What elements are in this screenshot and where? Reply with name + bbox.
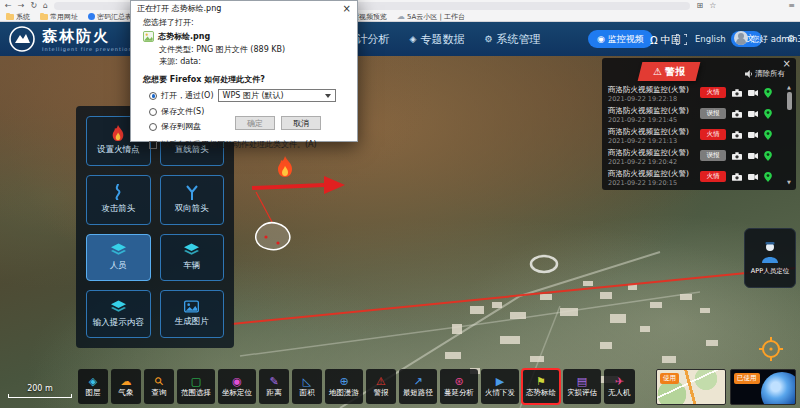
- tool-label: 攻击箭头: [101, 203, 135, 215]
- video-camera-icon[interactable]: [748, 110, 758, 118]
- toolbar-map-roam[interactable]: ⊕地图漫游: [325, 369, 363, 404]
- location-pin-icon[interactable]: [764, 88, 772, 98]
- triangle-ruler-icon: ◺: [303, 376, 311, 387]
- radio-open-with[interactable]: [149, 92, 157, 100]
- radio-save-to-cloud[interactable]: [149, 123, 157, 131]
- status-fire-button[interactable]: 火情: [700, 129, 726, 140]
- tool-vehicle[interactable]: 车辆: [160, 234, 225, 282]
- toolbar-area[interactable]: ◺面积: [292, 369, 322, 404]
- toolbar-range-select[interactable]: ▢范围选择: [177, 369, 215, 404]
- tool-generate-image[interactable]: 生成图片: [160, 290, 225, 338]
- settings-gear-icon[interactable]: ⚙: [787, 33, 796, 44]
- clear-all-button[interactable]: 清除所有: [745, 69, 785, 79]
- remember-action-checkbox[interactable]: [149, 141, 157, 149]
- toolbar-weather[interactable]: ☁气象: [111, 369, 141, 404]
- menu-icon[interactable]: ≡: [788, 1, 795, 10]
- scroll-up-icon[interactable]: ▲: [785, 84, 793, 90]
- screen: 200 m ← → ↻ ⌂ ⊞ ☆ ≡ 系统 常用网址: [0, 0, 800, 408]
- video-camera-icon[interactable]: [748, 89, 758, 97]
- camera-icon[interactable]: [732, 89, 742, 97]
- street-map-thumbnail[interactable]: 使用: [656, 369, 726, 405]
- toolbar-fire-dispatch[interactable]: ▶火情下发: [481, 369, 519, 404]
- status-false-alarm-button[interactable]: 误报: [700, 108, 726, 119]
- bookmark-star-icon[interactable]: ☆: [709, 1, 716, 10]
- brand-title: 森林防火: [42, 27, 133, 46]
- camera-icon[interactable]: [732, 173, 742, 181]
- app-personnel-locator-button[interactable]: APP人员定位: [744, 228, 796, 288]
- nav-item-thematic-data[interactable]: ◈ 专题数据: [410, 32, 465, 47]
- warning-triangle-icon: ⚠: [653, 66, 662, 77]
- open-with-dropdown[interactable]: WPS 图片 (默认): [218, 89, 336, 102]
- ok-button[interactable]: 确定: [235, 116, 275, 130]
- toolbar-shortest-path[interactable]: ↗最短路径: [399, 369, 437, 404]
- nav-item-system-admin[interactable]: ⚙ 系统管理: [484, 32, 540, 47]
- alarm-scrollbar[interactable]: ▲ ▼: [785, 84, 793, 185]
- camera-icon[interactable]: [732, 131, 742, 139]
- bookmark-item[interactable]: 常用网址: [40, 12, 78, 22]
- location-pin-icon[interactable]: [764, 130, 772, 140]
- dialog-question: 您想要 Firefox 如何处理此文件?: [143, 74, 345, 85]
- toolbar-distance[interactable]: ✎距离: [259, 369, 289, 404]
- bookmark-label: 常用网址: [50, 12, 78, 22]
- tool-personnel[interactable]: 人员: [86, 234, 151, 282]
- bookmark-label: 5A云小区 | 工作台: [407, 12, 465, 22]
- avatar[interactable]: [734, 31, 748, 45]
- video-camera-icon[interactable]: [748, 173, 758, 181]
- toolbar-alarm[interactable]: ⚠警报: [366, 369, 396, 404]
- toolbar-coordinate-locate[interactable]: ◉坐标定位: [218, 369, 256, 404]
- tool-split-arrow[interactable]: 双向箭头: [160, 175, 225, 225]
- reload-icon[interactable]: ↻: [30, 1, 37, 10]
- top-nav: ▥ 统计分析 ◈ 专题数据 ⚙ 系统管理: [333, 22, 541, 56]
- map-scale-label: 200 m: [8, 384, 72, 393]
- toolbar-spread-analysis[interactable]: ⊛蔓延分析: [440, 369, 478, 404]
- lang-english[interactable]: English: [690, 32, 731, 46]
- location-pin-icon[interactable]: [764, 151, 772, 161]
- camera-icon[interactable]: [732, 152, 742, 160]
- drone-icon: ✈: [615, 376, 624, 387]
- scroll-down-icon[interactable]: ▼: [785, 179, 793, 185]
- close-icon[interactable]: ×: [343, 3, 351, 14]
- scroll-thumb[interactable]: [787, 92, 792, 110]
- status-false-alarm-button[interactable]: 误报: [700, 150, 726, 161]
- tool-input-prompt[interactable]: 输入提示内容: [86, 290, 151, 338]
- person-icon: [760, 241, 780, 265]
- apps-icon[interactable]: ⊞: [696, 1, 703, 10]
- status-fire-button[interactable]: 火情: [700, 171, 726, 182]
- location-pin-icon[interactable]: [764, 172, 772, 182]
- tool-label: 车辆: [183, 260, 200, 272]
- location-pin-icon[interactable]: [764, 109, 772, 119]
- video-camera-icon[interactable]: [748, 152, 758, 160]
- video-icon: ◉: [597, 34, 605, 44]
- toolbar-label: 无人机: [608, 388, 631, 398]
- brand-subtitle: Intelligent fire prevention: [42, 46, 133, 52]
- bookmark-item[interactable]: 系统: [6, 12, 30, 22]
- forward-icon[interactable]: →: [18, 1, 25, 10]
- radio-save-file[interactable]: [149, 108, 157, 116]
- bookmark-item[interactable]: ☁ 5A云小区 | 工作台: [397, 12, 465, 22]
- camera-icon[interactable]: [732, 110, 742, 118]
- back-icon[interactable]: ←: [5, 1, 12, 10]
- weather-icon: ☁: [121, 376, 132, 387]
- fullscreen-icon[interactable]: [676, 34, 687, 45]
- attack-arrow-icon: [112, 184, 124, 200]
- status-fire-button[interactable]: 火情: [700, 87, 726, 98]
- toolbar-drone[interactable]: ✈无人机: [604, 369, 635, 404]
- toolbar-search[interactable]: ⚲查询: [144, 369, 174, 404]
- send-icon: ▶: [496, 376, 504, 387]
- locate-crosshair-button[interactable]: [758, 336, 784, 362]
- cancel-button[interactable]: 取消: [281, 116, 321, 130]
- toolbar-damage-assessment[interactable]: ▤灾损评估: [563, 369, 601, 404]
- tool-label: 人员: [110, 260, 127, 272]
- close-icon[interactable]: ×: [783, 58, 791, 69]
- toolbar-situation-plotting[interactable]: ⚑态势标绘: [522, 369, 560, 404]
- range-select-icon: ▢: [191, 376, 201, 387]
- layers-icon: [111, 300, 126, 314]
- home-icon[interactable]: ⌂: [43, 1, 48, 10]
- toolbar-layers[interactable]: ◈图层: [78, 369, 108, 404]
- toolbar-label: 距离: [267, 388, 282, 398]
- earth-view-thumbnail[interactable]: 已使用: [730, 369, 796, 405]
- video-camera-icon[interactable]: [748, 131, 758, 139]
- tool-attack-arrow[interactable]: 攻击箭头: [86, 175, 151, 225]
- monitor-video-button[interactable]: ◉ 监控视频: [588, 30, 653, 48]
- app-locator-label: APP人员定位: [751, 267, 789, 276]
